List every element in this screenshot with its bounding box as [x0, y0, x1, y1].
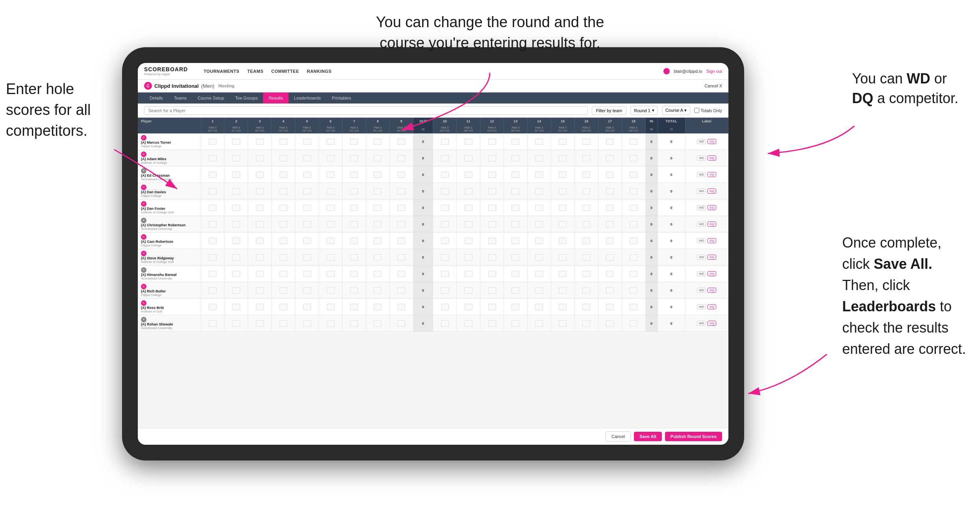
hole-score-input[interactable]: [303, 320, 311, 327]
hole-10-input-row-9[interactable]: [433, 282, 457, 299]
tab-leaderboards[interactable]: Leaderboards: [289, 92, 326, 104]
hole-score-input[interactable]: [397, 172, 405, 178]
tab-results[interactable]: Results: [263, 92, 289, 104]
nav-rankings[interactable]: RANKINGS: [307, 69, 332, 74]
hole-6-input-row-9[interactable]: [319, 282, 343, 299]
hole-score-input[interactable]: [630, 287, 637, 294]
hole-score-input[interactable]: [209, 155, 217, 161]
hole-18-input-row-9[interactable]: [622, 282, 645, 299]
hole-score-input[interactable]: [535, 271, 543, 277]
hole-15-input-row-9[interactable]: [551, 282, 574, 299]
hole-4-input-row-8[interactable]: [272, 266, 295, 282]
hole-14-input-row-5[interactable]: [527, 216, 551, 233]
hole-score-input[interactable]: [232, 271, 240, 277]
hole-15-input-row-3[interactable]: [551, 183, 574, 200]
dq-button[interactable]: DQ: [708, 139, 716, 144]
hole-4-input-row-11[interactable]: [272, 315, 295, 332]
hole-4-input-row-6[interactable]: [272, 233, 295, 249]
hole-score-input[interactable]: [511, 221, 519, 227]
hole-score-input[interactable]: [303, 205, 311, 211]
hole-5-input-row-5[interactable]: [295, 216, 319, 233]
hole-2-input-row-10[interactable]: [224, 299, 248, 315]
hole-score-input[interactable]: [630, 271, 637, 277]
hole-score-input[interactable]: [350, 287, 358, 294]
hole-3-input-row-3[interactable]: [248, 183, 272, 200]
hole-score-input[interactable]: [374, 320, 382, 327]
hole-score-input[interactable]: [488, 271, 496, 277]
hole-score-input[interactable]: [535, 221, 543, 227]
dq-button[interactable]: DQ: [708, 172, 716, 177]
hole-score-input[interactable]: [397, 287, 405, 294]
hole-score-input[interactable]: [559, 271, 567, 277]
hole-score-input[interactable]: [465, 205, 472, 211]
hole-score-input[interactable]: [488, 304, 496, 310]
hole-6-input-row-1[interactable]: [319, 150, 343, 166]
hole-score-input[interactable]: [511, 238, 519, 244]
hole-score-input[interactable]: [582, 320, 590, 327]
hole-score-input[interactable]: [630, 172, 637, 178]
hole-9-input-row-6[interactable]: [389, 233, 413, 249]
hole-score-input[interactable]: [488, 254, 496, 261]
hole-9-input-row-10[interactable]: [389, 299, 413, 315]
hole-15-input-row-11[interactable]: [551, 315, 574, 332]
hole-score-input[interactable]: [327, 271, 335, 277]
hole-score-input[interactable]: [465, 320, 472, 327]
hole-1-input-row-6[interactable]: [201, 233, 224, 249]
hole-score-input[interactable]: [327, 188, 335, 194]
hole-score-input[interactable]: [374, 221, 382, 227]
hole-score-input[interactable]: [232, 139, 240, 145]
hole-score-input[interactable]: [441, 188, 449, 194]
hole-17-input-row-2[interactable]: [598, 166, 622, 183]
hole-12-input-row-8[interactable]: [480, 266, 504, 282]
hole-score-input[interactable]: [582, 188, 590, 194]
hole-13-input-row-8[interactable]: [504, 266, 527, 282]
hole-15-input-row-8[interactable]: [551, 266, 574, 282]
hole-score-input[interactable]: [280, 155, 287, 161]
hole-7-input-row-1[interactable]: [343, 150, 366, 166]
hole-score-input[interactable]: [582, 221, 590, 227]
hole-12-input-row-11[interactable]: [480, 315, 504, 332]
hole-4-input-row-0[interactable]: [272, 133, 295, 150]
course-selector[interactable]: Course A ▾: [662, 106, 690, 115]
hole-8-input-row-8[interactable]: [366, 266, 389, 282]
hole-score-input[interactable]: [232, 304, 240, 310]
hole-score-input[interactable]: [397, 155, 405, 161]
hole-score-input[interactable]: [465, 304, 472, 310]
hole-score-input[interactable]: [209, 188, 217, 194]
hole-13-input-row-4[interactable]: [504, 200, 527, 216]
hole-score-input[interactable]: [582, 254, 590, 261]
hole-score-input[interactable]: [350, 304, 358, 310]
hole-9-input-row-3[interactable]: [389, 183, 413, 200]
hole-score-input[interactable]: [232, 238, 240, 244]
wd-button[interactable]: WD: [697, 172, 706, 177]
wd-button[interactable]: WD: [697, 304, 706, 309]
hole-11-input-row-11[interactable]: [457, 315, 480, 332]
wd-button[interactable]: WD: [697, 238, 706, 243]
hole-18-input-row-6[interactable]: [622, 233, 645, 249]
wd-button[interactable]: WD: [697, 255, 706, 260]
hole-10-input-row-6[interactable]: [433, 233, 457, 249]
hole-17-input-row-1[interactable]: [598, 150, 622, 166]
hole-10-input-row-0[interactable]: [433, 133, 457, 150]
hole-score-input[interactable]: [535, 254, 543, 261]
hole-score-input[interactable]: [350, 221, 358, 227]
hole-score-input[interactable]: [374, 287, 382, 294]
hole-15-input-row-0[interactable]: [551, 133, 574, 150]
hole-1-input-row-4[interactable]: [201, 200, 224, 216]
hole-11-input-row-7[interactable]: [457, 249, 480, 266]
hole-1-input-row-11[interactable]: [201, 315, 224, 332]
publish-button[interactable]: Publish Round Scores: [665, 432, 722, 441]
hole-18-input-row-5[interactable]: [622, 216, 645, 233]
dq-button[interactable]: DQ: [708, 222, 716, 227]
hole-score-input[interactable]: [511, 271, 519, 277]
hole-score-input[interactable]: [327, 254, 335, 261]
wd-button[interactable]: WD: [697, 139, 706, 144]
hole-score-input[interactable]: [465, 139, 472, 145]
hole-12-input-row-4[interactable]: [480, 200, 504, 216]
hole-2-input-row-1[interactable]: [224, 150, 248, 166]
hole-5-input-row-8[interactable]: [295, 266, 319, 282]
hole-9-input-row-5[interactable]: [389, 216, 413, 233]
hole-13-input-row-2[interactable]: [504, 166, 527, 183]
hole-3-input-row-11[interactable]: [248, 315, 272, 332]
hole-score-input[interactable]: [511, 172, 519, 178]
